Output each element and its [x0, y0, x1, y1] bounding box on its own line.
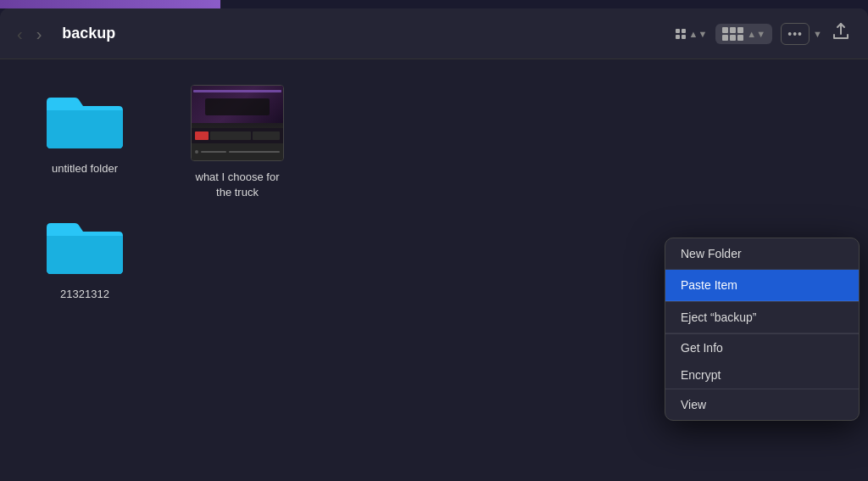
gallery-view-chevron: ▲▼: [747, 29, 765, 39]
file-label-truck: what I choose forthe truck: [196, 170, 280, 200]
thumb-bar: [192, 128, 283, 143]
grid-large-icon: [722, 27, 743, 41]
top-bar: [0, 0, 220, 8]
file-thumbnail-truck: [191, 85, 284, 161]
forward-button[interactable]: ›: [36, 25, 42, 42]
toolbar: ‹ › backup ▲▼ ▲▼ •••: [0, 8, 868, 59]
file-item-untitled-folder[interactable]: untitled folder: [34, 85, 136, 176]
back-button[interactable]: ‹: [17, 25, 23, 42]
menu-item-paste-item[interactable]: Paste Item: [665, 270, 859, 301]
toolbar-icons: ▲▼ ▲▼ ••• ▼: [676, 21, 851, 47]
file-item-truck[interactable]: what I choose forthe truck: [186, 85, 288, 200]
menu-item-new-folder[interactable]: New Folder: [665, 238, 859, 270]
context-menu: New Folder Paste Item Eject “backup” Get…: [665, 238, 860, 421]
finder-window: ‹ › backup ▲▼ ▲▼ •••: [0, 8, 868, 481]
icon-view-chevron: ▲▼: [689, 29, 708, 39]
icon-view-button[interactable]: ▲▼: [676, 29, 708, 39]
more-chevron: ▼: [813, 29, 822, 39]
menu-item-eject[interactable]: Eject “backup”: [665, 302, 859, 333]
menu-item-encrypt[interactable]: Encrypt: [665, 361, 859, 389]
folder-icon-21321312: [42, 210, 127, 278]
share-button[interactable]: [831, 21, 851, 47]
gallery-view-button[interactable]: ▲▼: [715, 24, 772, 44]
more-options-button[interactable]: ••• ▼: [781, 23, 822, 45]
file-label-21321312: 21321312: [60, 287, 109, 302]
thumb-content: [192, 86, 283, 160]
file-label-untitled-folder: untitled folder: [52, 161, 118, 176]
grid-small-icon: [676, 29, 686, 39]
window-title: backup: [62, 25, 115, 42]
folder-column: untitled folder 21321312: [34, 85, 136, 302]
thumb-bottom: [192, 143, 283, 160]
file-item-21321312[interactable]: 21321312: [34, 210, 136, 302]
more-icon: •••: [781, 23, 810, 45]
content-area: untitled folder 21321312: [0, 59, 868, 481]
menu-item-get-info[interactable]: Get Info: [665, 334, 859, 361]
menu-item-view[interactable]: View: [665, 389, 859, 420]
folder-icon-untitled: [42, 85, 127, 153]
